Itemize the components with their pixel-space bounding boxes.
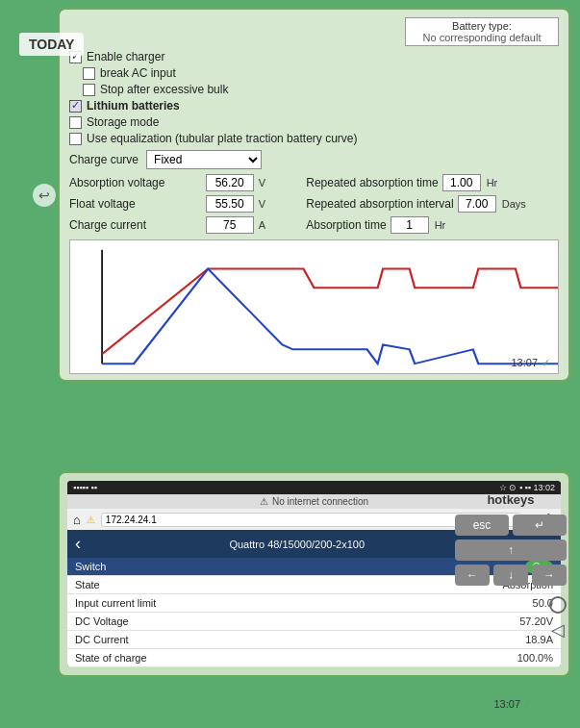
float-voltage-unit: V [259,198,265,210]
dc-voltage-label: DC Voltage [67,613,361,631]
top-card: ↩ Battery type: No corresponding default… [58,8,570,382]
dc-voltage-value: 57.20V [361,613,561,631]
back-triangle-icon[interactable]: ◁ [551,619,565,640]
quattro-back-btn[interactable]: ‹ [75,534,81,554]
break-ac-cb[interactable] [83,67,95,80]
absorption-voltage-label: Absorption voltage [69,176,198,189]
absorption-time-input[interactable] [391,216,429,234]
table-row-input-current: Input current limit 50.0 [67,594,561,613]
lithium-cb[interactable] [69,100,82,113]
hotkeys-title: hotkeys [455,492,567,507]
charge-curve-label: Charge curve [69,153,139,166]
no-internet-text: No internet connection [272,496,368,507]
repeated-absorption-interval-label: Repeated absorption interval [306,197,453,211]
use-equalization-label: Use equalization (tubular plate traction… [87,132,357,145]
storage-mode-label: Storage mode [87,115,159,129]
switch-label: Switch [67,558,361,576]
use-equalization-cb[interactable] [69,133,82,145]
float-voltage-input[interactable] [206,195,254,213]
battery-type-box: Battery type: No corresponding default [405,17,559,46]
address-text: 172.24.24.1 [106,515,157,525]
right-button[interactable]: → [532,565,567,586]
stop-excessive-label: Stop after excessive bulk [100,83,228,96]
circle-button[interactable] [549,596,567,614]
status-left: ▪▪▪▪▪ ▪▪ [73,483,97,492]
table-row-dc-voltage: DC Voltage 57.20V [67,613,561,631]
stop-excessive-cb[interactable] [83,84,95,96]
left-button[interactable]: ← [455,565,490,586]
table-row-dc-current: DC Current 18.9A [67,631,561,649]
input-current-label: Input current limit [67,594,361,613]
state-label: State [67,576,361,594]
back-button-top[interactable]: ↩ [33,184,56,207]
storage-mode-cb[interactable] [69,116,82,129]
break-ac-label: break AC input [100,66,176,80]
input-current-value: 50.0 [361,594,561,613]
charge-chart: 13:07✓ [69,239,559,374]
device-name: Quattro 48/15000/200-2x100 [229,539,365,550]
repeated-absorption-interval-unit: Days [502,198,526,210]
battery-type-value: No corresponding default [414,32,550,43]
charge-current-input[interactable] [206,216,254,234]
soc-label: State of charge [67,649,361,667]
soc-value: 100.0% [361,649,561,667]
repeated-absorption-time-input[interactable] [442,174,481,191]
table-row-state-of-charge: State of charge 100.0% [67,649,561,667]
repeated-absorption-time-unit: Hr [487,177,498,188]
absorption-time-unit: Hr [435,219,446,231]
enter-button[interactable]: ↵ [513,515,567,536]
enable-charger-label: Enable charger [87,50,164,63]
float-voltage-label: Float voltage [69,197,198,211]
charge-current-label: Charge current [69,218,198,232]
charge-curve-select[interactable]: Fixed [146,150,262,169]
absorption-time-label: Absorption time [306,218,386,232]
absorption-voltage-input[interactable] [206,174,254,191]
esc-button[interactable]: esc [455,515,509,536]
up-button[interactable]: ↑ [455,540,567,561]
repeated-absorption-time-label: Repeated absorption time [306,176,438,189]
chart-timestamp: 13:07✓ [511,357,550,369]
warning-icon-browser: ⚠ [87,515,95,525]
home-icon[interactable]: ⌂ [73,513,81,527]
lithium-label: Lithium batteries [87,99,180,113]
absorption-voltage-unit: V [259,177,265,188]
status-right: ☆ ⊙ ▪ ▪▪ 13:02 [499,483,555,492]
repeated-absorption-interval-input[interactable] [458,195,496,213]
dc-current-label: DC Current [67,631,361,649]
hotkeys-panel: hotkeys esc ↵ ↑ ← ↓ → [455,492,567,586]
dc-current-value: 18.9A [361,631,561,649]
no-internet-icon: ⚠ [260,496,268,507]
charge-current-unit: A [259,219,265,231]
down-button[interactable]: ↓ [493,565,528,586]
battery-type-label: Battery type: [414,20,550,32]
bottom-timestamp: 13:07✓ [493,698,532,711]
today-badge: TODAY [19,33,84,56]
